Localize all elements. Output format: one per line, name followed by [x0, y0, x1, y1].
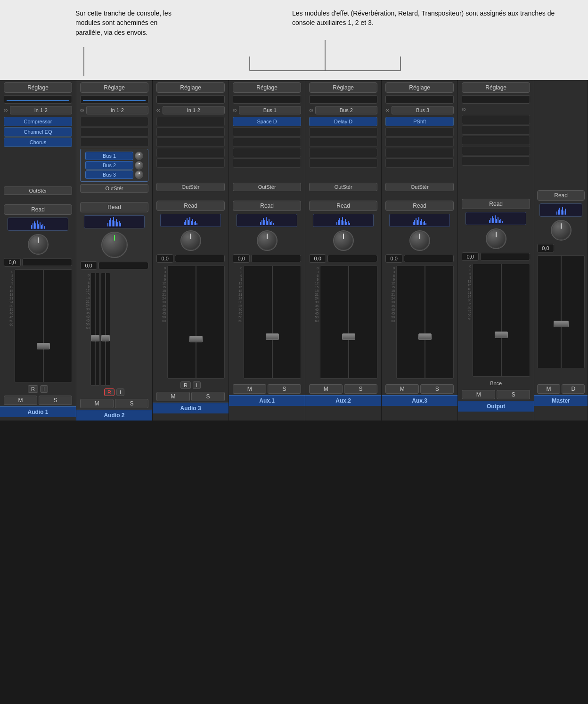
- bus-knob-1[interactable]: [135, 152, 143, 160]
- fader-track-audio1[interactable]: [15, 269, 72, 382]
- eq-display-audio2: [80, 95, 148, 104]
- m-btn-aux2[interactable]: M: [309, 384, 343, 394]
- link-icon-audio2: ∞: [80, 107, 84, 113]
- annotation-right: Les modules d'effet (Réverbération, Reta…: [292, 8, 588, 37]
- bus-send-label-1[interactable]: Bus 1: [85, 152, 133, 160]
- output-label-audio1[interactable]: OutStér: [4, 186, 72, 195]
- value-display-aux2: 0,0: [309, 254, 377, 263]
- fader-scale-audio2: 0 3 6 9 12 15 18 21 24 30 35 40 45 50 60: [80, 273, 90, 386]
- pan-knob-aux3[interactable]: [409, 230, 430, 251]
- m-btn-output[interactable]: M: [462, 390, 495, 399]
- input-section-audio3: ∞ In 1-2: [156, 106, 225, 114]
- fader-section-aux1: 0 3 6 9 12 15 18 21 24 30 35 40 45 50 60: [233, 266, 301, 379]
- r-btn-audio3[interactable]: R: [180, 381, 191, 389]
- m-btn-audio3[interactable]: M: [156, 392, 190, 401]
- fader-track-audio2-l[interactable]: [90, 273, 100, 386]
- r-btn-audio2[interactable]: R: [104, 388, 114, 396]
- bus-send-label-2[interactable]: Bus 2: [85, 161, 133, 170]
- reglage-btn-aux3[interactable]: Réglage: [385, 82, 454, 93]
- pan-knob-output[interactable]: [486, 228, 506, 249]
- fader-track-audio3[interactable]: [167, 266, 225, 379]
- input-label-audio1[interactable]: In 1-2: [10, 106, 72, 114]
- fader-track-master[interactable]: [537, 255, 585, 368]
- plugin-delay-d[interactable]: Delay D: [309, 117, 377, 126]
- s-btn-audio1[interactable]: S: [39, 396, 72, 405]
- bus-send-label-3[interactable]: Bus 3: [85, 170, 133, 179]
- channel-name-audio1: Audio 1: [0, 406, 76, 417]
- read-btn-audio2[interactable]: Read: [80, 202, 148, 212]
- value-wide-audio1: [22, 259, 72, 266]
- output-section-audio2: OutStér: [80, 184, 148, 193]
- read-btn-aux1[interactable]: Read: [233, 201, 301, 211]
- pan-knob-aux1[interactable]: [257, 230, 278, 251]
- output-section-aux3: OutStér: [385, 183, 454, 191]
- plugin-compressor[interactable]: Compressor: [4, 117, 72, 126]
- s-btn-aux1[interactable]: S: [268, 384, 301, 394]
- d-btn-master[interactable]: D: [562, 384, 585, 394]
- fader-track-aux1[interactable]: [244, 266, 301, 379]
- read-btn-audio1[interactable]: Read: [4, 204, 72, 215]
- s-btn-audio2[interactable]: S: [115, 399, 148, 408]
- s-btn-output[interactable]: S: [497, 390, 530, 399]
- plugin-channeleq[interactable]: Channel EQ: [4, 127, 72, 137]
- bus-knob-3[interactable]: [135, 170, 143, 179]
- reglage-btn-audio3[interactable]: Réglage: [156, 82, 225, 93]
- fader-track-audio2-r[interactable]: [101, 273, 110, 386]
- pan-knob-aux2[interactable]: [333, 230, 354, 251]
- ms-section-audio2: M S: [80, 399, 148, 408]
- m-btn-audio2[interactable]: M: [80, 399, 114, 408]
- plugin-pshift[interactable]: PShft: [385, 117, 454, 126]
- s-btn-aux2[interactable]: S: [344, 384, 377, 394]
- read-btn-aux3[interactable]: Read: [385, 201, 454, 211]
- input-label-audio2[interactable]: In 1-2: [86, 106, 148, 114]
- bnce-label: Bnce: [490, 380, 502, 387]
- value-box-aux3: 0,0: [385, 254, 402, 263]
- pan-knob-audio1[interactable]: [28, 234, 49, 255]
- i-btn-audio3[interactable]: I: [193, 381, 201, 389]
- m-btn-audio1[interactable]: M: [4, 396, 37, 405]
- output-section-audio1: OutStér: [4, 186, 72, 195]
- m-btn-master[interactable]: M: [537, 384, 560, 394]
- plugin-space-d[interactable]: Space D: [233, 117, 301, 126]
- reglage-btn-aux1[interactable]: Réglage: [233, 82, 301, 93]
- plugin-chorus[interactable]: Chorus: [4, 138, 72, 147]
- read-btn-aux2[interactable]: Read: [309, 201, 377, 211]
- bnce-section-output: Bnce: [462, 380, 530, 387]
- fader-track-output[interactable]: [473, 264, 530, 377]
- read-btn-audio3[interactable]: Read: [156, 201, 225, 211]
- output-label-audio3[interactable]: OutStér: [156, 183, 225, 191]
- pan-knob-master[interactable]: [551, 220, 572, 241]
- reglage-btn-aux2[interactable]: Réglage: [309, 82, 377, 93]
- pan-container-audio1: [4, 234, 72, 255]
- fader-track-aux2[interactable]: [320, 266, 377, 379]
- output-label-aux1[interactable]: OutStér: [233, 183, 301, 191]
- i-btn-audio1[interactable]: I: [40, 385, 48, 393]
- plugin-area-aux1: Space D: [233, 117, 301, 180]
- pan-knob-audio2[interactable]: [101, 232, 128, 258]
- plugin-area-aux3: PShft: [385, 117, 454, 180]
- ms-section-aux3: M S: [385, 384, 454, 394]
- i-btn-audio2[interactable]: I: [116, 388, 124, 396]
- input-label-aux1[interactable]: Bus 1: [239, 106, 301, 114]
- pan-knob-audio3[interactable]: [180, 230, 201, 251]
- output-label-aux2[interactable]: OutStér: [309, 183, 377, 191]
- reglage-btn-output[interactable]: Réglage: [462, 82, 530, 93]
- reglage-btn-audio2[interactable]: Réglage: [80, 82, 148, 93]
- read-btn-master[interactable]: Read: [537, 190, 585, 201]
- s-btn-aux3[interactable]: S: [420, 384, 454, 394]
- s-btn-audio3[interactable]: S: [191, 392, 225, 401]
- input-label-aux2[interactable]: Bus 2: [315, 106, 377, 114]
- input-label-aux3[interactable]: Bus 3: [392, 106, 454, 114]
- m-btn-aux1[interactable]: M: [233, 384, 266, 394]
- m-btn-aux3[interactable]: M: [385, 384, 419, 394]
- read-btn-output[interactable]: Read: [462, 199, 530, 209]
- output-label-aux3[interactable]: OutStér: [385, 183, 454, 191]
- fader-track-aux3[interactable]: [396, 266, 454, 379]
- reglage-btn-audio1[interactable]: Réglage: [4, 82, 72, 93]
- r-btn-audio1[interactable]: R: [28, 385, 38, 393]
- input-label-audio3[interactable]: In 1-2: [163, 106, 225, 114]
- vu-output: [466, 212, 526, 225]
- output-label-audio2[interactable]: OutStér: [80, 184, 148, 193]
- eq-display-output: [462, 95, 530, 104]
- bus-knob-2[interactable]: [135, 161, 143, 170]
